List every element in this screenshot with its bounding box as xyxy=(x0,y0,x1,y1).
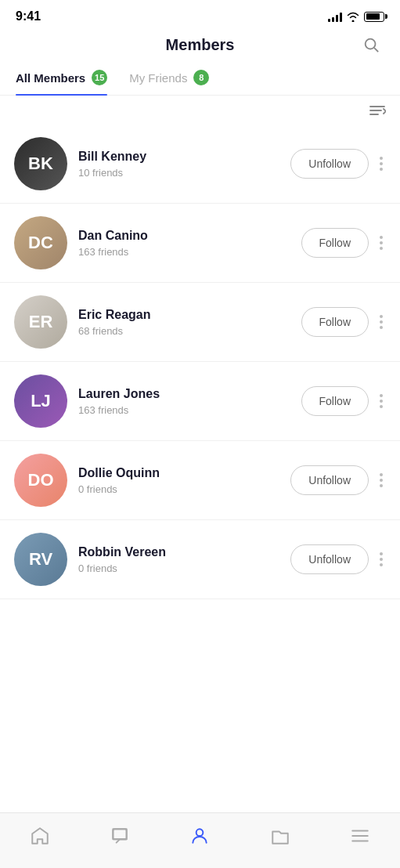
sort-button[interactable] xyxy=(369,103,386,121)
follow-button[interactable]: Follow xyxy=(301,228,369,258)
member-name: Dollie Oquinn xyxy=(78,466,279,480)
member-info: Robbin Vereen 0 friends xyxy=(78,545,279,574)
list-item: DC Dan Canino 163 friends Follow xyxy=(0,204,400,283)
member-actions: Unfollow xyxy=(290,149,386,179)
wifi-icon xyxy=(347,12,359,22)
more-options-button[interactable] xyxy=(377,312,386,332)
member-list: BK Bill Kenney 10 friends Unfollow DC Da… xyxy=(0,125,400,599)
avatar-initials: RV xyxy=(14,533,67,586)
member-actions: Follow xyxy=(301,386,386,416)
nav-files[interactable] xyxy=(258,823,303,849)
avatar: ER xyxy=(14,295,67,349)
member-friends-count: 0 friends xyxy=(78,483,279,495)
tab-my-friends-badge: 8 xyxy=(193,70,209,85)
message-icon xyxy=(110,826,130,846)
member-actions: Follow xyxy=(301,228,386,258)
home-icon xyxy=(30,826,50,846)
member-actions: Unfollow xyxy=(290,544,386,574)
avatar: LJ xyxy=(14,374,67,428)
list-item: LJ Lauren Jones 163 friends Follow xyxy=(0,362,400,441)
nav-messages[interactable] xyxy=(97,823,142,849)
avatar: RV xyxy=(14,533,67,586)
follow-button[interactable]: Follow xyxy=(301,386,369,416)
list-item: BK Bill Kenney 10 friends Unfollow xyxy=(0,125,400,204)
member-actions: Unfollow xyxy=(290,465,386,495)
list-item: RV Robbin Vereen 0 friends Unfollow xyxy=(0,520,400,599)
nav-menu[interactable] xyxy=(337,823,383,849)
member-info: Lauren Jones 163 friends xyxy=(78,387,290,416)
avatar: DO xyxy=(14,454,67,507)
more-options-button[interactable] xyxy=(377,233,386,253)
person-icon xyxy=(189,826,210,846)
more-options-button[interactable] xyxy=(377,391,386,411)
list-item: DO Dollie Oquinn 0 friends Unfollow xyxy=(0,441,400,520)
status-icons xyxy=(328,11,384,22)
follow-button[interactable]: Follow xyxy=(301,307,369,337)
more-options-button[interactable] xyxy=(377,154,386,174)
member-name: Bill Kenney xyxy=(78,150,279,164)
svg-point-0 xyxy=(366,38,376,49)
tabs-container: All Members 15 My Friends 8 xyxy=(0,60,400,96)
member-friends-count: 0 friends xyxy=(78,562,279,574)
avatar: DC xyxy=(14,216,67,269)
list-item: ER Eric Reagan 68 friends Follow xyxy=(0,283,400,362)
avatar-initials: ER xyxy=(14,295,67,349)
search-icon xyxy=(362,36,380,53)
sort-bar xyxy=(0,96,400,125)
tab-my-friends[interactable]: My Friends 8 xyxy=(129,60,209,95)
battery-icon xyxy=(364,12,384,22)
search-button[interactable] xyxy=(358,31,384,58)
svg-line-1 xyxy=(374,48,378,52)
member-friends-count: 163 friends xyxy=(78,404,290,416)
nav-home[interactable] xyxy=(17,823,63,849)
tab-all-members-badge: 15 xyxy=(92,70,107,85)
svg-rect-5 xyxy=(114,829,127,839)
member-name: Robbin Vereen xyxy=(78,545,279,559)
member-info: Eric Reagan 68 friends xyxy=(78,308,290,337)
avatar-initials: LJ xyxy=(14,374,67,428)
member-info: Bill Kenney 10 friends xyxy=(78,150,279,179)
menu-icon xyxy=(350,826,370,846)
more-options-button[interactable] xyxy=(377,470,386,490)
header: Members xyxy=(0,28,400,60)
status-time: 9:41 xyxy=(16,9,41,24)
member-name: Lauren Jones xyxy=(78,387,290,401)
member-info: Dan Canino 163 friends xyxy=(78,229,290,258)
page-title: Members xyxy=(166,36,235,54)
follow-button[interactable]: Unfollow xyxy=(290,149,369,179)
svg-point-6 xyxy=(196,829,204,836)
member-friends-count: 68 friends xyxy=(78,325,290,337)
tab-all-members-label: All Members xyxy=(16,71,85,85)
avatar-initials: BK xyxy=(14,137,67,190)
bottom-nav xyxy=(0,812,400,868)
member-friends-count: 10 friends xyxy=(78,167,279,179)
avatar-initials: DO xyxy=(14,454,67,507)
status-bar: 9:41 xyxy=(0,0,400,28)
member-name: Eric Reagan xyxy=(78,308,290,322)
follow-button[interactable]: Unfollow xyxy=(290,544,369,574)
avatar-initials: DC xyxy=(14,216,67,269)
member-actions: Follow xyxy=(301,307,386,337)
member-info: Dollie Oquinn 0 friends xyxy=(78,466,279,495)
signal-icon xyxy=(328,11,342,22)
member-name: Dan Canino xyxy=(78,229,290,243)
tab-my-friends-label: My Friends xyxy=(129,71,187,85)
avatar: BK xyxy=(14,137,67,190)
more-options-button[interactable] xyxy=(377,549,386,570)
folder-icon xyxy=(270,826,290,846)
sort-icon xyxy=(369,103,386,118)
follow-button[interactable]: Unfollow xyxy=(290,465,369,495)
member-friends-count: 163 friends xyxy=(78,246,290,258)
tab-all-members[interactable]: All Members 15 xyxy=(16,60,107,95)
nav-profile[interactable] xyxy=(177,823,222,849)
